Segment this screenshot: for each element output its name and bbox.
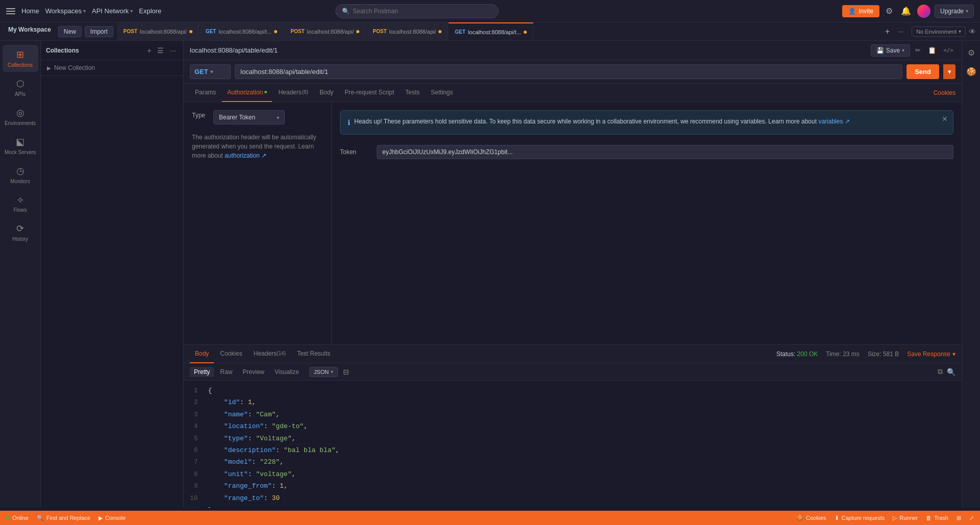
explore-link[interactable]: Explore xyxy=(139,7,161,15)
tab-prerequest[interactable]: Pre-request Script xyxy=(339,84,399,102)
request-path: localhost:8088/api/table/edit/1 xyxy=(190,46,278,54)
sidebar-item-mock-servers[interactable]: ⬕ Mock Servers xyxy=(3,132,38,159)
sidebar-item-label: History xyxy=(12,236,28,242)
tab-url: localhost:8088/api/t... xyxy=(468,29,521,35)
env-selector: No Environment ▾ 👁 xyxy=(912,27,976,37)
env-dropdown[interactable]: No Environment ▾ xyxy=(912,27,966,37)
settings-icon[interactable]: ⚙ xyxy=(965,45,978,61)
sidebar: ⊞ Collections ⬡ APIs ◎ Environments ⬕ Mo… xyxy=(0,41,41,508)
code-icon[interactable]: 📋 xyxy=(926,44,938,56)
resp-tab-test-results[interactable]: Test Results xyxy=(292,345,335,363)
response-tabs: Body Cookies Headers (14) Test Results S… xyxy=(184,345,962,363)
resp-tab-body[interactable]: Body xyxy=(190,345,214,363)
tab-5[interactable]: GET localhost:8088/api/t... xyxy=(449,22,533,41)
json-line-3: "name": "Cam", xyxy=(208,409,958,420)
resp-tab-cookies[interactable]: Cookies xyxy=(215,345,247,363)
sidebar-item-label: Environments xyxy=(5,120,36,126)
token-label: Token xyxy=(340,148,371,156)
tab-authorization[interactable]: Authorization xyxy=(222,84,272,102)
chevron-down-icon: ▾ xyxy=(952,351,955,358)
home-link[interactable]: Home xyxy=(21,7,39,15)
new-button[interactable]: New xyxy=(58,26,82,37)
close-banner-button[interactable]: ✕ xyxy=(942,115,948,123)
workspace-controls: My Workspace New Import xyxy=(4,26,113,37)
url-bar: GET ▾ Send ▾ xyxy=(184,60,962,84)
save-icon: 💾 xyxy=(876,47,884,54)
sidebar-item-monitors[interactable]: ◷ Monitors xyxy=(3,161,38,188)
fmt-pretty[interactable]: Pretty xyxy=(190,367,214,377)
avatar[interactable] xyxy=(917,5,930,18)
more-options-icon[interactable]: ··· xyxy=(168,45,178,56)
new-collection-row[interactable]: ▶ New Collection xyxy=(41,60,183,76)
hamburger-icon[interactable] xyxy=(6,7,15,16)
search-bar[interactable]: 🔍 xyxy=(335,4,499,18)
panel-title: Collections xyxy=(46,47,79,54)
filter-icon[interactable]: ☰ xyxy=(155,45,166,56)
sidebar-item-environments[interactable]: ◎ Environments xyxy=(3,103,38,130)
api-network-menu[interactable]: API Network ▾ xyxy=(92,7,133,15)
send-dropdown-button[interactable]: ▾ xyxy=(943,64,955,79)
save-button[interactable]: 💾 Save ▾ xyxy=(871,44,910,57)
eye-icon[interactable]: 👁 xyxy=(969,28,976,36)
workspaces-menu[interactable]: Workspaces ▾ xyxy=(45,7,86,15)
cookies-link[interactable]: Cookies xyxy=(934,89,955,96)
panel-header-left: Collections xyxy=(46,47,79,54)
tab-url: localhost:8088/api/ xyxy=(389,29,436,35)
search-input[interactable] xyxy=(353,8,492,15)
fmt-raw[interactable]: Raw xyxy=(216,367,236,377)
filter-icon[interactable]: ⊟ xyxy=(343,368,349,376)
tab-method: POST xyxy=(373,29,386,34)
add-collection-button[interactable]: + xyxy=(145,45,153,56)
upgrade-button[interactable]: Upgrade ▾ xyxy=(935,5,974,18)
sidebar-item-label: Monitors xyxy=(10,179,30,184)
tab-body[interactable]: Body xyxy=(314,84,338,102)
panel-actions: + ☰ ··· xyxy=(145,45,178,56)
settings-icon[interactable]: ⚙ xyxy=(884,4,895,18)
apis-icon: ⬡ xyxy=(16,78,24,89)
bearer-token-select[interactable]: Bearer Token ▾ xyxy=(213,110,285,124)
invite-button[interactable]: 👤 Invite xyxy=(842,5,879,17)
variables-link[interactable]: variables ↗ xyxy=(818,118,849,125)
tab-2[interactable]: GET localhost:8088/api/t... xyxy=(200,22,284,41)
cookie-icon[interactable]: 🍪 xyxy=(963,64,979,80)
token-input[interactable] xyxy=(377,145,953,159)
auth-link[interactable]: authorization ↗ xyxy=(225,152,266,159)
bell-icon[interactable]: 🔔 xyxy=(899,4,913,18)
tab-settings[interactable]: Settings xyxy=(426,84,458,102)
sidebar-item-apis[interactable]: ⬡ APIs xyxy=(3,74,38,101)
tab-params[interactable]: Params xyxy=(190,84,221,102)
info-icon: ℹ xyxy=(348,117,350,128)
xml-icon[interactable]: </> xyxy=(941,45,955,56)
sidebar-item-label: APIs xyxy=(15,91,26,97)
sidebar-item-collections[interactable]: ⊞ Collections xyxy=(3,45,38,72)
method-select[interactable]: GET ▾ xyxy=(190,64,231,79)
tab-3[interactable]: POST localhost:8088/api/ xyxy=(284,22,366,41)
send-button[interactable]: Send xyxy=(906,64,939,79)
tab-headers[interactable]: Headers (8) xyxy=(273,84,313,102)
copy-icon[interactable]: ⧉ xyxy=(938,367,943,376)
add-tab-button[interactable]: + xyxy=(881,27,894,36)
more-tabs-button[interactable]: ··· xyxy=(894,28,908,35)
search-icon[interactable]: 🔍 xyxy=(947,367,955,376)
collection-panel: Collections + ☰ ··· ▶ New Collection xyxy=(41,41,184,508)
tab-method: POST xyxy=(124,29,137,34)
json-line-7: "model": "228", xyxy=(208,456,958,468)
auth-right: ℹ Heads up! These parameters hold sensit… xyxy=(332,102,962,344)
json-line-4: "location": "gde-to", xyxy=(208,420,958,432)
format-type-selector[interactable]: JSON ▾ xyxy=(309,367,338,377)
edit-icon[interactable]: ✏ xyxy=(913,44,923,56)
sidebar-item-flows[interactable]: ⟡ Flows xyxy=(3,190,38,217)
tab-4[interactable]: POST localhost:8088/api/ xyxy=(366,22,448,41)
fmt-visualize[interactable]: Visualize xyxy=(271,367,303,377)
fmt-preview[interactable]: Preview xyxy=(238,367,268,377)
resp-tab-headers[interactable]: Headers (14) xyxy=(249,345,291,363)
sidebar-item-history[interactable]: ⟳ History xyxy=(3,219,38,246)
chevron-down-icon: ▾ xyxy=(331,369,333,374)
url-input[interactable] xyxy=(235,64,902,79)
tab-1[interactable]: POST localhost:8088/api/ xyxy=(117,22,199,41)
chevron-down-icon: ▾ xyxy=(277,115,279,120)
save-response-button[interactable]: Save Response ▾ xyxy=(907,351,955,358)
import-button[interactable]: Import xyxy=(85,26,113,37)
tab-dot xyxy=(356,30,359,33)
tab-tests[interactable]: Tests xyxy=(400,84,425,102)
